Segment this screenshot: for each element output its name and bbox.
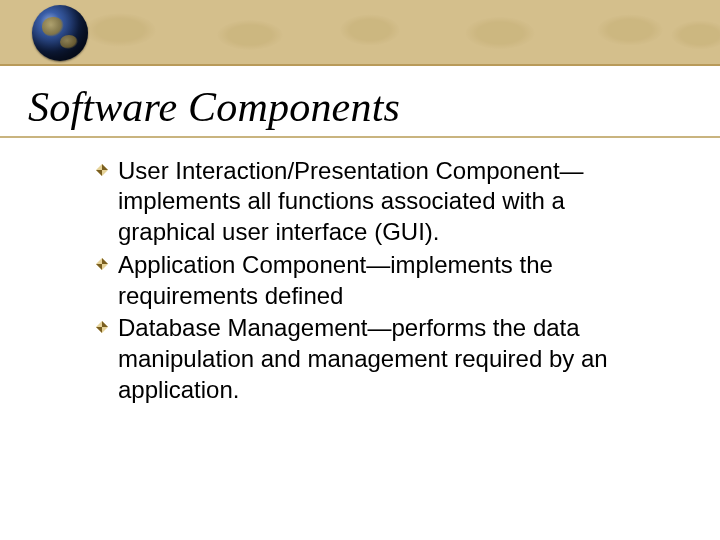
svg-marker-5: [96, 264, 102, 270]
svg-marker-2: [96, 170, 102, 176]
svg-marker-1: [102, 164, 108, 170]
title-underline: [0, 136, 720, 138]
bullet-list: User Interaction/Presentation Component—…: [96, 156, 660, 406]
bullet-text: User Interaction/Presentation Component—…: [118, 157, 584, 245]
svg-marker-7: [102, 321, 108, 327]
svg-marker-8: [96, 327, 102, 333]
list-item: User Interaction/Presentation Component—…: [96, 156, 660, 248]
diamond-bullet-icon: [96, 321, 108, 333]
svg-marker-4: [102, 258, 108, 264]
banner: [0, 0, 720, 66]
slide-body: User Interaction/Presentation Component—…: [96, 156, 660, 406]
bullet-text: Database Management—performs the data ma…: [118, 314, 608, 402]
banner-underline: [0, 64, 720, 66]
list-item: Application Component—implements the req…: [96, 250, 660, 311]
globe-icon: [32, 5, 88, 61]
list-item: Database Management—performs the data ma…: [96, 313, 660, 405]
world-map-motif: [0, 0, 720, 66]
bullet-text: Application Component—implements the req…: [118, 251, 553, 309]
diamond-bullet-icon: [96, 258, 108, 270]
slide-title: Software Components: [28, 84, 720, 130]
slide: Software Components User Interaction/Pre…: [0, 0, 720, 540]
diamond-bullet-icon: [96, 164, 108, 176]
